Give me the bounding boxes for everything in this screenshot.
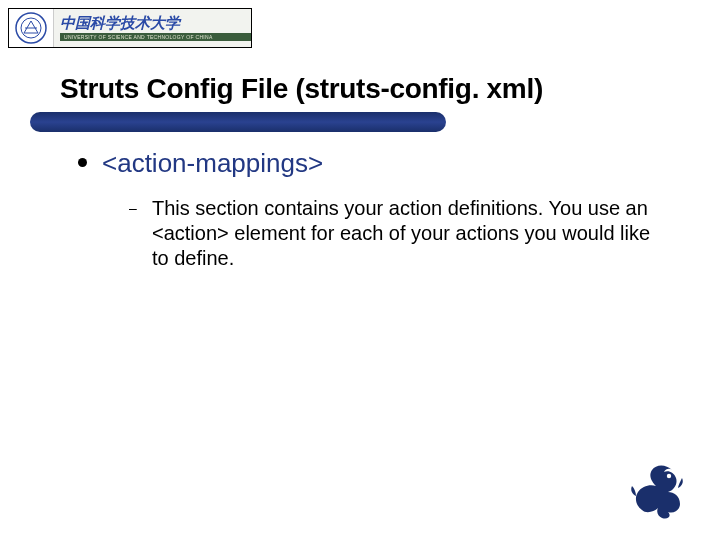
bullet-icon	[78, 158, 87, 167]
university-logo-text: 中国科学技术大学 UNIVERSITY OF SCIENCE AND TECHN…	[54, 9, 251, 47]
university-emblem-icon	[9, 9, 54, 47]
university-logo: 中国科学技术大学 UNIVERSITY OF SCIENCE AND TECHN…	[8, 8, 252, 48]
dragon-icon	[622, 454, 692, 524]
bullet-level1-text: <action-mappings>	[102, 148, 323, 179]
title-underline-bar	[30, 112, 446, 132]
dash-icon: –	[129, 200, 137, 216]
svg-point-3	[667, 474, 671, 478]
university-name-chinese: 中国科学技术大学	[60, 16, 251, 31]
bullet-level2-text: This section contains your action defini…	[152, 196, 657, 271]
slide-title: Struts Config File (struts-config. xml)	[60, 73, 543, 105]
university-name-english: UNIVERSITY OF SCIENCE AND TECHNOLOGY OF …	[60, 33, 251, 41]
